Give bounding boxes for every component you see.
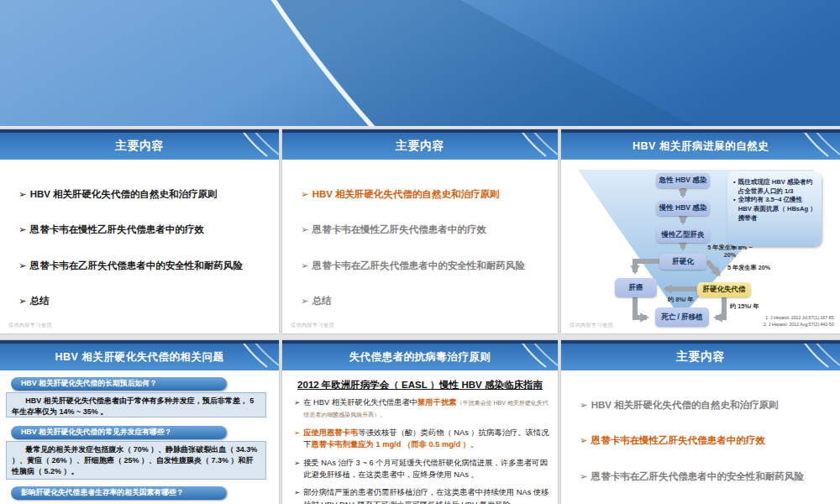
arrow-bullet-icon: ➢ — [580, 399, 588, 411]
arrow-bullet-icon: ➢ — [18, 295, 27, 307]
header-band: HBV 相关肝硬化失代偿的相关问题 — [0, 344, 279, 370]
slide-header: 主要内容 — [282, 129, 558, 160]
toc-item-label: 恩替卡韦在慢性乙肝失代偿患者中的疗效 — [30, 223, 204, 235]
answer-text: HBV 相关肝硬化失代偿患者由于常伴有多种并发症，预后非常差， 5 年生存率仅为… — [12, 396, 260, 417]
toc-item-label: 恩替卡韦在乙肝失代偿患者中的安全性和耐药风险 — [30, 260, 243, 271]
toc-list: ➢ HBV 相关肝硬化失代偿的自然史和治疗原则 ➢ 恩替卡韦在慢性乙肝失代偿患者… — [282, 160, 558, 307]
slide-thumbnail-toc-3[interactable]: 主要内容 ➢ HBV 相关肝硬化失代偿的自然史和治疗原则 ➢ 恩替卡韦在慢性乙肝… — [561, 340, 840, 504]
header-band: 主要内容 — [0, 133, 279, 160]
question-header-3: 影响肝硬化失代偿患者生存率的相关因素有哪些？ — [11, 486, 227, 500]
toc-item: ➢ 恩替卡韦在乙肝失代偿患者中的安全性和耐药风险 — [18, 260, 267, 271]
slide-thumbnail-natural-history[interactable]: HBV 相关肝病进展的自然史 急性 HBV 感染 慢性 HBV 感染 慢性乙型肝… — [561, 129, 840, 333]
highlighted-segment: 应使用恩替卡韦 — [303, 428, 358, 437]
header-swoosh-icon — [212, 133, 279, 160]
epidemiology-info-box: • 既往或现症 HBV 感染者约占全世界人口的 1/3 • 全球约有 3.5~4… — [727, 171, 822, 246]
toc-item-label: HBV 相关肝硬化失代偿的自然史和治疗原则 — [312, 188, 500, 200]
header-band: HBV 相关肝病进展的自然史 — [561, 133, 840, 160]
flow-label-rate-decomp: 5 年发生率 20% — [727, 264, 770, 271]
toc-item-label: HBV 相关肝硬化失代偿的自然史和治疗原则 — [591, 399, 779, 411]
toc-list: ➢ HBV 相关肝硬化失代偿的自然史和治疗原则 ➢ 恩替卡韦在慢性乙肝失代偿患者… — [0, 160, 279, 307]
info-item: • 全球约有 3.5~4 亿慢性 HBV 表面抗原（ HBsAg ）携带者 — [733, 196, 816, 223]
toc-item-label: HBV 相关肝硬化失代偿的自然史和治疗原则 — [30, 188, 218, 200]
arrow-bullet-icon: ➢ — [294, 457, 300, 481]
treatment-bullet-list: ➢ 在 HBV 相关肝硬化失代偿患者中禁用干扰素（干扰素会使 HBV 相关肝硬化… — [294, 396, 549, 504]
toc-item: ➢ 恩替卡韦在慢性乙肝失代偿患者中的疗效 — [18, 223, 267, 235]
toc-item: ➢ 恩替卡韦在乙肝失代偿患者中的安全性和耐药风险 — [580, 470, 828, 482]
highlighted-segment: 恩替卡韦剂量应为 1 mg/d （而非 0.5 mg/d ） — [311, 440, 470, 449]
info-item-text: 既往或现症 HBV 感染者约占全世界人口的 1/3 — [738, 178, 816, 196]
toc-item-label: 恩替卡韦在慢性乙肝失代偿患者中的疗效 — [312, 223, 486, 235]
flow-box-acute-hbv-infection: 急性 HBV 感染 — [656, 173, 710, 188]
flow-label-rate-cancer: 约 8%/ 年 — [668, 296, 694, 303]
treatment-bullet-text: 部分病情严重的患者仍需肝移植治疗，在这类患者中持续使用 NAs 使移植时 HBV… — [303, 486, 549, 504]
toc-item-label: 总结 — [30, 295, 50, 307]
slide-title: 主要内容 — [676, 349, 725, 365]
slide-title: HBV 相关肝硬化失代偿的相关问题 — [55, 350, 224, 365]
arrow-bullet-icon: ➢ — [580, 434, 588, 446]
flow-box-chronic-hbv-infection: 慢性 HBV 感染 — [656, 201, 710, 216]
toc-item: ➢ 恩替卡韦在乙肝失代偿患者中的安全性和耐药风险 — [301, 260, 546, 271]
treatment-bullet: ➢ 应使用恩替卡韦等强效核苷（酸）类药物（ NAs ）抗病毒治疗。该情况下恩替卡… — [294, 427, 549, 451]
toc-item: ➢ HBV 相关肝硬化失代偿的自然史和治疗原则 — [301, 188, 546, 200]
reference-line: 1. J Hepatol. 2012 Jul;57(1):167-85. — [764, 315, 835, 322]
toc-item-label: 恩替卡韦在慢性乙肝失代偿患者中的疗效 — [591, 434, 765, 446]
slide-thumbnail-toc-1[interactable]: 主要内容 ➢ HBV 相关肝硬化失代偿的自然史和治疗原则 ➢ 恩替卡韦在慢性乙肝… — [0, 129, 279, 333]
references: 1. J Hepatol. 2012 Jul;57(1):167-85. 2. … — [764, 315, 835, 328]
treatment-bullet: ➢ 在 HBV 相关肝硬化失代偿患者中禁用干扰素（干扰素会使 HBV 相关肝硬化… — [294, 396, 549, 421]
guideline-heading: 2012 年欧洲肝病学会（ EASL ）慢性 HBV 感染临床指南 — [282, 379, 558, 391]
watermark: 仅供内部学习使用 — [291, 322, 334, 329]
header-band: 失代偿患者的抗病毒治疗原则 — [282, 344, 558, 370]
question-header-1: HBV 相关肝硬化失代偿的长期预后如何？ — [11, 377, 227, 391]
treatment-bullet-text: 接受 NAs 治疗 3 ~ 6 个月可延缓失代偿肝硬化病情进展，许多患者可因此避… — [303, 457, 549, 481]
reference-line: 2. J Hepatol. 2012 Aug;57(2):442-50. — [764, 322, 835, 328]
arrow-bullet-icon: ➢ — [301, 223, 309, 235]
arrow-bullet-icon: ➢ — [301, 260, 309, 271]
info-item: • 既往或现症 HBV 感染者约占全世界人口的 1/3 — [733, 178, 816, 196]
toc-item-label: 恩替卡韦在乙肝失代偿患者中的安全性和耐药风险 — [312, 260, 525, 271]
treatment-bullet: ➢ 部分病情严重的患者仍需肝移植治疗，在这类患者中持续使用 NAs 使移植时 H… — [294, 486, 549, 504]
toc-item: ➢ HBV 相关肝硬化失代偿的自然史和治疗原则 — [580, 399, 828, 411]
arrow-bullet-icon: ➢ — [18, 188, 27, 200]
toc-list: ➢ HBV 相关肝硬化失代偿的自然史和治疗原则 ➢ 恩替卡韦在慢性乙肝失代偿患者… — [561, 370, 840, 504]
toc-item: ➢ 总结 — [301, 295, 546, 307]
treatment-bullet: ➢ 接受 NAs 治疗 3 ~ 6 个月可延缓失代偿肝硬化病情进展，许多患者可因… — [294, 457, 549, 481]
header-band: 主要内容 — [282, 133, 558, 160]
cover-slide-partial — [0, 0, 840, 126]
treatment-bullet-text: 在 HBV 相关肝硬化失代偿患者中禁用干扰素（干扰素会使 HBV 相关肝硬化失代… — [303, 396, 549, 421]
flow-box-liver-cancer: 肝癌 — [615, 278, 657, 297]
answer-box-2: 最常见的相关并发症包括腹水（ 70% ）、静脉曲张破裂出血（ 34.3% ）、黄… — [6, 441, 266, 480]
arrow-bullet-icon: ➢ — [580, 470, 588, 482]
flow-box-decompensated-cirrhosis: 肝硬化失代偿 — [697, 282, 751, 297]
text-segment: 。 — [470, 440, 478, 449]
toc-item: ➢ 恩替卡韦在慢性乙肝失代偿患者中的疗效 — [301, 223, 546, 235]
slide-title: 失代偿患者的抗病毒治疗原则 — [349, 350, 491, 365]
answer-text: 最常见的相关并发症包括腹水（ 70% ）、静脉曲张破裂出血（ 34.3% ）、黄… — [12, 444, 260, 477]
highlighted-segment: 禁用干扰素 — [417, 398, 456, 407]
slide-thumbnail-toc-2[interactable]: 主要内容 ➢ HBV 相关肝硬化失代偿的自然史和治疗原则 ➢ 恩替卡韦在慢性乙肝… — [282, 129, 558, 333]
answer-box-1: HBV 相关肝硬化失代偿患者由于常伴有多种并发症，预后非常差， 5 年生存率仅为… — [6, 392, 266, 417]
treatment-bullet-text: 应使用恩替卡韦等强效核苷（酸）类药物（ NAs ）抗病毒治疗。该情况下恩替卡韦剂… — [303, 427, 549, 451]
toc-item: ➢ 总结 — [18, 295, 267, 307]
dot-bullet-icon: • — [733, 178, 736, 196]
arrow-bullet-icon: ➢ — [294, 486, 300, 504]
arrow-bullet-icon: ➢ — [294, 396, 300, 421]
slide-thumbnail-treatment[interactable]: 失代偿患者的抗病毒治疗原则 2012 年欧洲肝病学会（ EASL ）慢性 HBV… — [282, 340, 558, 504]
slide-title: 主要内容 — [396, 139, 444, 154]
arrow-bullet-icon: ➢ — [301, 188, 309, 200]
slide-header: HBV 相关肝硬化失代偿的相关问题 — [0, 340, 279, 370]
slide-header: 失代偿患者的抗病毒治疗原则 — [282, 340, 558, 370]
text-segment: 在 HBV 相关肝硬化失代偿患者中 — [303, 398, 417, 407]
header-band: 主要内容 — [561, 344, 840, 370]
flow-label-rate-death: 约 15%/ 年 — [730, 302, 759, 310]
arrow-bullet-icon: ➢ — [301, 295, 309, 307]
flow-box-cirrhosis: 肝硬化 — [659, 254, 706, 270]
arrow-bullet-icon: ➢ — [18, 223, 27, 235]
watermark: 仅供内部学习使用 — [8, 322, 52, 329]
slide-thumbnail-questions[interactable]: HBV 相关肝硬化失代偿的相关问题 HBV 相关肝硬化失代偿的长期预后如何？ H… — [0, 340, 279, 504]
toc-item: ➢ 恩替卡韦在慢性乙肝失代偿患者中的疗效 — [580, 434, 828, 446]
header-swoosh-icon — [773, 344, 840, 370]
slide-title: 主要内容 — [115, 139, 164, 154]
slide-header: 主要内容 — [0, 129, 279, 160]
header-swoosh-icon — [491, 133, 558, 160]
slide-title: HBV 相关肝病进展的自然史 — [633, 139, 769, 154]
